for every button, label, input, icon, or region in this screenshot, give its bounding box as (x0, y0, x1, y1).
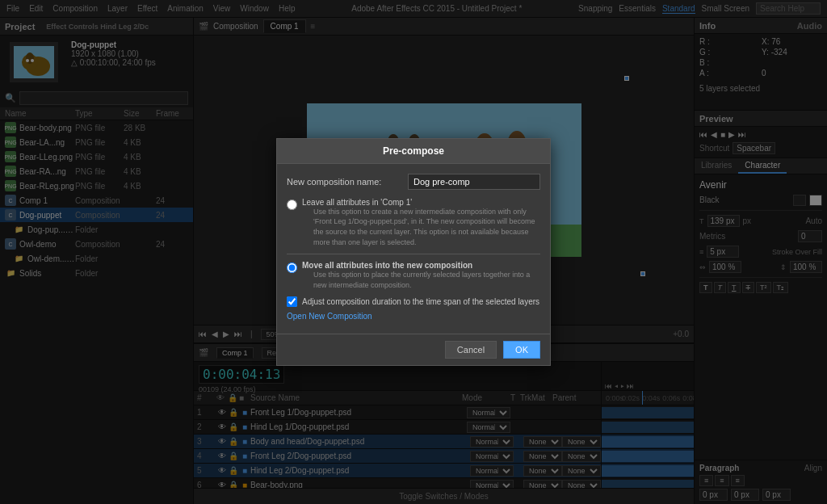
dialog-title: Pre-compose (277, 139, 550, 164)
option1-label: Leave all attributes in 'Comp 1' (302, 198, 540, 207)
leave-attributes-section: Leave all attributes in 'Comp 1' Use thi… (287, 198, 540, 291)
option2: Move all attributes into the new composi… (287, 261, 540, 290)
dialog-overlay: Pre-compose New composition name: Leave … (0, 0, 827, 504)
open-new-comp-link[interactable]: Open New Composition (287, 312, 540, 321)
dialog-separator (287, 254, 540, 254)
comp-name-input[interactable] (408, 174, 540, 190)
checkbox-label: Adjust composition duration to the time … (302, 297, 539, 306)
ok-button[interactable]: OK (503, 341, 540, 359)
option1-desc: Use this option to create a new intermed… (302, 207, 540, 247)
option1-radio[interactable] (287, 200, 297, 210)
option2-label: Move all attributes into the new composi… (302, 261, 540, 270)
comp-name-field: New composition name: (287, 174, 540, 190)
option2-desc: Use this option to place the currently s… (302, 270, 540, 290)
dialog-body: New composition name: Leave all attribut… (277, 164, 550, 334)
option2-radio[interactable] (287, 262, 297, 273)
dialog-buttons: Cancel OK (277, 334, 550, 365)
precompose-dialog: Pre-compose New composition name: Leave … (276, 138, 551, 367)
option1: Leave all attributes in 'Comp 1' Use thi… (287, 198, 540, 247)
checkbox-row: Adjust composition duration to the time … (287, 296, 540, 307)
cancel-button[interactable]: Cancel (445, 341, 497, 359)
comp-name-label: New composition name: (287, 177, 408, 187)
duration-checkbox[interactable] (287, 296, 297, 307)
